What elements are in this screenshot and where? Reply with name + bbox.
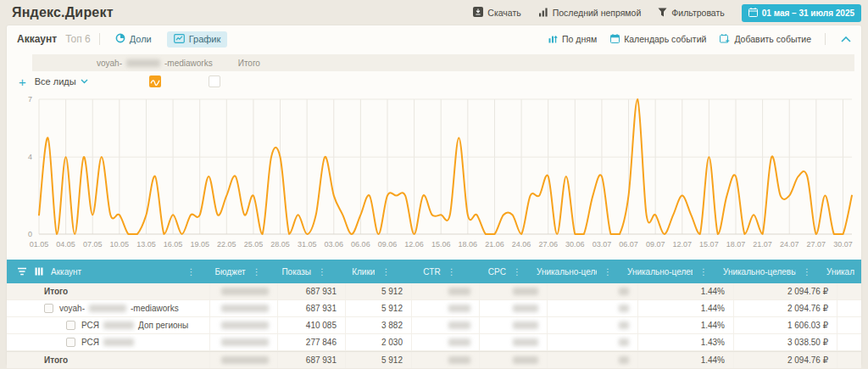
page-title: Яндекс.Директ xyxy=(12,5,114,20)
redacted-text xyxy=(103,321,134,329)
download-icon xyxy=(473,7,483,19)
redacted-value xyxy=(619,356,629,364)
cell-shows: 687 931 xyxy=(278,283,346,299)
series-voyah-label: voyah--mediaworks xyxy=(97,59,213,68)
redacted-value xyxy=(619,321,629,329)
svg-text:21.07: 21.07 xyxy=(753,240,772,249)
account-name-suffix: -mediaworks xyxy=(131,304,179,313)
collapse-panel-button[interactable] xyxy=(839,35,853,44)
table-row[interactable]: РСЯДоп регионы410 0853 8821.44%1 606.03 … xyxy=(7,317,861,334)
svg-text:25.05: 25.05 xyxy=(244,240,264,249)
table-row[interactable]: Итого687 9315 9121.44%2 094.76 ₽ xyxy=(7,351,861,368)
app-header: Яндекс.Директ Скачать Последний непрямой… xyxy=(0,0,868,25)
filter-button[interactable]: Фильтровать xyxy=(658,8,724,19)
column-header-label: Показы xyxy=(276,267,311,277)
cell-unique-leads-pct: 1.44% xyxy=(638,317,734,333)
date-range-button[interactable]: 01 мая – 31 июля 2025 xyxy=(742,4,861,22)
series-name-prefix: voyah- xyxy=(97,59,122,68)
series-swatch-icon xyxy=(149,75,161,87)
calendar-icon xyxy=(748,8,758,19)
download-button[interactable]: Скачать xyxy=(473,7,520,19)
svg-text:30.06: 30.06 xyxy=(565,240,585,249)
cell-ctr xyxy=(412,352,480,368)
svg-text:31.05: 31.05 xyxy=(298,240,317,249)
column-header-cell: Уникально-целевые лиды цена⋮ xyxy=(715,260,818,283)
shares-label: Доли xyxy=(130,34,152,44)
row-checkbox[interactable] xyxy=(66,338,75,347)
cell-unique-leads-pct: 1.44% xyxy=(638,283,734,299)
attribution-button[interactable]: Последний непрямой xyxy=(538,8,642,19)
cell-unique-leads-price: 3 038.50 ₽ xyxy=(734,334,837,350)
redacted-value xyxy=(619,338,629,346)
row-checkbox[interactable] xyxy=(66,321,75,330)
column-header-label: Уникал xyxy=(826,267,854,277)
svg-text:03.06: 03.06 xyxy=(325,240,344,249)
table-row[interactable]: Итого687 9315 9121.44%2 094.76 ₽ xyxy=(7,283,861,300)
row-checkbox[interactable] xyxy=(44,304,53,313)
svg-text:24.06: 24.06 xyxy=(512,240,531,249)
column-menu-icon[interactable]: ⋮ xyxy=(253,267,261,277)
cell-unique-leads-price: 1 606.03 ₽ xyxy=(734,317,837,333)
svg-text:18.06: 18.06 xyxy=(459,240,478,249)
column-header-label: CTR xyxy=(405,267,440,277)
cell-account: voyah--mediaworks xyxy=(7,300,210,316)
svg-text:04.05: 04.05 xyxy=(56,240,75,249)
svg-text:27.06: 27.06 xyxy=(538,240,558,249)
series-total-checkbox[interactable] xyxy=(209,75,220,87)
column-menu-icon[interactable]: ⋮ xyxy=(186,267,195,277)
column-menu-icon[interactable]: ⋮ xyxy=(381,267,390,277)
series-voyah-checkbox[interactable] xyxy=(149,75,161,87)
redacted-text xyxy=(103,338,134,346)
header-actions: Скачать Последний непрямой Фильтровать 0… xyxy=(473,4,861,22)
column-menu-icon[interactable]: ⋮ xyxy=(318,267,326,277)
metric-selector[interactable]: Все лиды xyxy=(35,76,88,87)
cell-unique-leads-pct: 1.44% xyxy=(638,300,734,316)
events-calendar-label: Календарь событий xyxy=(624,34,706,44)
total-label: Итого xyxy=(44,287,68,296)
redacted-value xyxy=(448,305,470,312)
cell-clicks: 5 912 xyxy=(346,352,412,368)
column-menu-icon[interactable]: ⋮ xyxy=(448,267,456,277)
table-row[interactable]: voyah--mediaworks687 9315 9121.44%2 094.… xyxy=(7,300,861,317)
table-row[interactable]: РСЯ277 8462 0301.43%3 038.50 ₽ xyxy=(7,334,861,351)
events-calendar-button[interactable]: Календарь событий xyxy=(610,34,706,45)
add-event-button[interactable]: Добавить событие xyxy=(720,34,811,45)
cell-unique-leads xyxy=(548,334,638,350)
cell-budget xyxy=(210,317,278,333)
column-menu-icon[interactable]: ⋮ xyxy=(604,267,612,277)
column-header-cell: Аккаунт⋮ xyxy=(7,260,202,283)
svg-text:03.07: 03.07 xyxy=(593,240,612,249)
redacted-value xyxy=(448,356,470,364)
cell-cpc xyxy=(480,317,548,333)
cell-extra xyxy=(837,300,861,316)
shares-view-button[interactable]: Доли xyxy=(108,31,159,48)
cell-account: РСЯ xyxy=(7,334,210,350)
cell-account: Итого xyxy=(7,352,210,368)
cell-extra xyxy=(837,352,861,368)
date-range-label: 01 мая – 31 июля 2025 xyxy=(762,8,854,18)
redacted-value xyxy=(513,305,538,312)
entity-label: Аккаунт xyxy=(17,33,57,45)
by-days-button[interactable]: По дням xyxy=(548,34,597,45)
add-metric-icon[interactable]: + xyxy=(19,75,26,88)
filter-list-icon[interactable] xyxy=(17,267,27,276)
by-days-label: По дням xyxy=(562,34,597,44)
svg-text:12.06: 12.06 xyxy=(404,240,424,249)
account-name-prefix: voyah- xyxy=(59,304,85,313)
table-body: Итого687 9315 9121.44%2 094.76 ₽voyah--m… xyxy=(7,283,861,368)
column-header-label: Уникально-целевые лиды xyxy=(537,267,597,277)
redacted-text xyxy=(126,59,160,67)
svg-text:12.07: 12.07 xyxy=(673,240,693,249)
chart-view-button[interactable]: График xyxy=(167,31,228,48)
cell-shows: 277 846 xyxy=(278,334,346,350)
column-menu-icon[interactable]: ⋮ xyxy=(803,267,811,277)
granularity-icon xyxy=(548,34,558,45)
column-menu-icon[interactable]: ⋮ xyxy=(513,267,521,277)
cell-budget xyxy=(210,352,278,368)
redacted-value xyxy=(513,356,538,364)
redacted-value xyxy=(448,338,470,346)
column-menu-icon[interactable]: ⋮ xyxy=(699,267,708,277)
columns-icon[interactable] xyxy=(35,267,43,276)
redacted-text xyxy=(89,305,126,312)
cell-shows: 410 085 xyxy=(278,317,346,333)
